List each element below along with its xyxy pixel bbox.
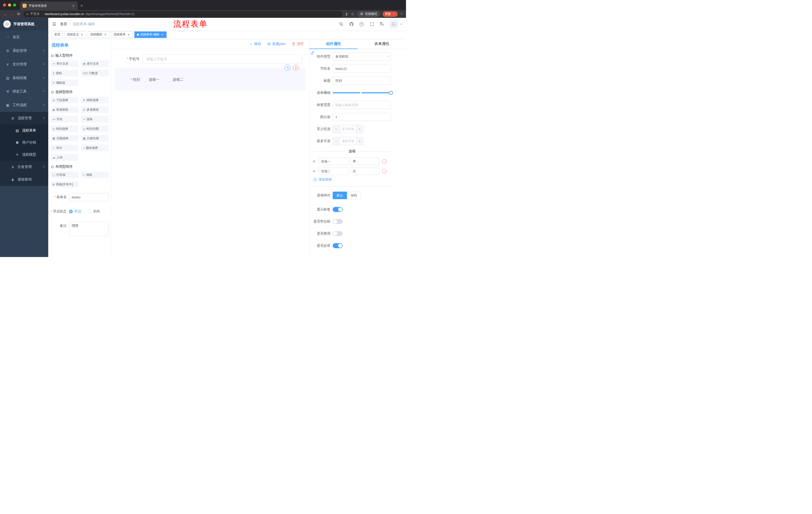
checkbox-option-1[interactable]: 选项一 bbox=[143, 77, 159, 82]
minimize-window-button[interactable] bbox=[8, 3, 11, 6]
increase-button[interactable]: + bbox=[356, 137, 363, 145]
new-tab-button[interactable]: + bbox=[80, 3, 83, 8]
tag-home[interactable]: 首页 bbox=[52, 31, 63, 38]
reload-button[interactable]: ⟳ bbox=[17, 12, 20, 16]
palette-item-color-picker[interactable]: ◑颜色选择 bbox=[81, 144, 109, 151]
tag-process-definition[interactable]: 流程定义 × bbox=[64, 31, 86, 38]
drag-handle-icon[interactable]: ≡ bbox=[313, 169, 318, 173]
option-1-label-input[interactable] bbox=[319, 158, 348, 165]
sidebar-item-user-group[interactable]: ⚉ 用户分组 bbox=[0, 137, 48, 148]
breadcrumb-home[interactable]: 首页 bbox=[60, 22, 67, 26]
security-warning-icon[interactable]: ⚠ bbox=[26, 12, 29, 16]
option-2-value-input[interactable] bbox=[350, 167, 379, 175]
palette-item-switch[interactable]: ⊶开关 bbox=[51, 116, 78, 123]
close-icon[interactable]: × bbox=[104, 33, 107, 36]
palette-item-upload[interactable]: ☁上传 bbox=[51, 154, 78, 161]
decrease-button[interactable]: − bbox=[333, 137, 340, 145]
border-switch[interactable] bbox=[332, 219, 343, 224]
palette-item-date-picker[interactable]: ▦日期选择 bbox=[51, 135, 78, 141]
search-icon[interactable] bbox=[339, 22, 343, 26]
label-width-input[interactable] bbox=[332, 101, 391, 109]
fullscreen-icon[interactable] bbox=[370, 22, 374, 26]
title-input[interactable] bbox=[332, 77, 391, 85]
palette-item-editor[interactable]: ✎编辑器 bbox=[51, 79, 78, 86]
component-type-select[interactable]: 多选框组 ˅ bbox=[332, 53, 391, 61]
disabled-switch[interactable] bbox=[332, 231, 343, 236]
sidebar-item-home[interactable]: ◔ 首页 bbox=[0, 30, 48, 44]
tag-process-form[interactable]: 流程表单 × bbox=[111, 31, 133, 38]
toolbar-chevron-icon[interactable]: ˅ bbox=[401, 12, 403, 16]
form-grid-slider[interactable] bbox=[332, 89, 391, 97]
link-icon[interactable] bbox=[310, 51, 315, 56]
sidebar-item-payment[interactable]: ¥ 支付管理 ˅ bbox=[0, 58, 48, 71]
sidebar-item-task-management[interactable]: ⋔ 任务管理 ˅ bbox=[0, 161, 48, 173]
github-icon[interactable] bbox=[349, 22, 354, 26]
palette-item-counter[interactable]: 123计数器 bbox=[81, 70, 109, 77]
palette-item-checkbox-group[interactable]: ☑多选框组 bbox=[81, 106, 109, 113]
checkbox-icon[interactable] bbox=[167, 78, 170, 81]
palette-item-multiline-text[interactable]: ▤多行文本 bbox=[81, 60, 109, 67]
palette-item-slider[interactable]: ⊸滑块 bbox=[81, 116, 109, 123]
checkbox-icon[interactable] bbox=[143, 78, 146, 81]
palette-item-cascader[interactable]: ⋔级联选择 bbox=[81, 97, 109, 103]
option-1-value-input[interactable] bbox=[350, 158, 379, 165]
close-icon[interactable]: × bbox=[161, 33, 164, 36]
help-icon[interactable]: ? bbox=[359, 22, 364, 26]
avatar-caret-icon[interactable]: ˅ bbox=[401, 23, 402, 26]
hamburger-icon[interactable]: ☰ bbox=[52, 22, 56, 27]
remove-option-button[interactable]: − bbox=[382, 159, 387, 164]
sidebar-item-process-model[interactable]: ✈ 流程模型 bbox=[0, 148, 48, 161]
remove-option-button[interactable]: − bbox=[382, 169, 387, 173]
palette-item-table[interactable]: ⊞表格[开发中] bbox=[51, 181, 78, 188]
close-icon[interactable]: × bbox=[80, 33, 84, 36]
radio-open[interactable]: 开启 bbox=[69, 209, 81, 214]
required-switch[interactable] bbox=[332, 243, 343, 248]
field-phone[interactable]: *手机号 bbox=[115, 55, 306, 64]
option-2-label-input[interactable] bbox=[319, 167, 348, 175]
palette-item-rate[interactable]: ☆评分 bbox=[51, 144, 78, 151]
update-button[interactable]: 更新 ⋮ bbox=[383, 11, 398, 17]
clear-button[interactable]: 清空 bbox=[292, 42, 304, 46]
delete-component-button[interactable] bbox=[293, 64, 299, 71]
copy-component-button[interactable] bbox=[285, 64, 290, 71]
sidebar-item-devtools[interactable]: ⚒ 研发工具 ˅ bbox=[0, 85, 48, 98]
app-logo[interactable]: 芋道管理系统 bbox=[0, 18, 48, 30]
min-select-placeholder[interactable]: 至少应选 bbox=[340, 125, 356, 133]
add-option-button[interactable]: + 添加选项 bbox=[314, 177, 391, 182]
browser-menu-icon[interactable]: ⋮ bbox=[393, 12, 396, 16]
address-bar[interactable]: ⚠ 不安全 | dashboard.yudao.iocoder.cn/bpm/m… bbox=[23, 11, 342, 17]
sidebar-item-leave-query[interactable]: ♟ 请假查询 bbox=[0, 173, 48, 186]
sidebar-item-process-form[interactable]: ▤ 流程表单 bbox=[0, 125, 48, 137]
tab-component-props[interactable]: 组件属性 bbox=[310, 39, 358, 49]
field-name-input[interactable] bbox=[332, 64, 391, 73]
show-label-switch[interactable] bbox=[332, 207, 343, 212]
palette-item-select[interactable]: ◎下拉选择 bbox=[51, 97, 78, 103]
font-size-icon[interactable]: TT bbox=[380, 22, 384, 26]
style-button-button[interactable]: 按钮 bbox=[347, 192, 361, 199]
checkbox-option-2[interactable]: 选项二 bbox=[167, 77, 183, 82]
sidebar-item-process-management[interactable]: ≣ 流程管理 ˄ bbox=[0, 112, 48, 125]
max-select-placeholder[interactable]: 最多可选 bbox=[340, 137, 356, 145]
sidebar-item-workflow[interactable]: ▣ 工作流程 ˄ bbox=[0, 98, 48, 112]
password-key-icon[interactable]: ⚷ bbox=[345, 12, 348, 16]
tag-process-form-edit[interactable]: 流程表单-编辑 × bbox=[135, 31, 167, 38]
browser-tab[interactable]: 芋道管理系统 × bbox=[20, 1, 78, 10]
palette-item-single-line-text[interactable]: ▭单行文本 bbox=[51, 60, 78, 67]
palette-item-time-picker[interactable]: ◷时间选择 bbox=[51, 126, 78, 132]
drag-handle-icon[interactable]: ≡ bbox=[313, 159, 318, 163]
phone-input[interactable] bbox=[142, 55, 302, 64]
default-value-input[interactable] bbox=[332, 113, 391, 121]
palette-item-time-range[interactable]: ◶时间范围 bbox=[81, 126, 109, 132]
bookmark-star-icon[interactable]: ☆ bbox=[351, 12, 354, 16]
increase-button[interactable]: + bbox=[356, 125, 363, 133]
tab-form-props[interactable]: 表单属性 bbox=[358, 39, 406, 49]
field-gender-selected[interactable]: *性别 选项一 选项二 bbox=[115, 67, 306, 90]
close-icon[interactable]: × bbox=[127, 33, 130, 36]
radio-closed[interactable]: 关闭 bbox=[88, 209, 100, 214]
save-button[interactable]: ✓ 保存 bbox=[250, 42, 261, 46]
palette-item-date-range[interactable]: ▩日期范围 bbox=[81, 135, 109, 141]
palette-item-row-container[interactable]: ▢行容器 bbox=[51, 171, 78, 178]
avatar[interactable] bbox=[390, 20, 398, 28]
palette-item-password[interactable]: ⚷密码 bbox=[51, 70, 78, 77]
tag-process-model[interactable]: 流程模型 × bbox=[88, 31, 110, 38]
